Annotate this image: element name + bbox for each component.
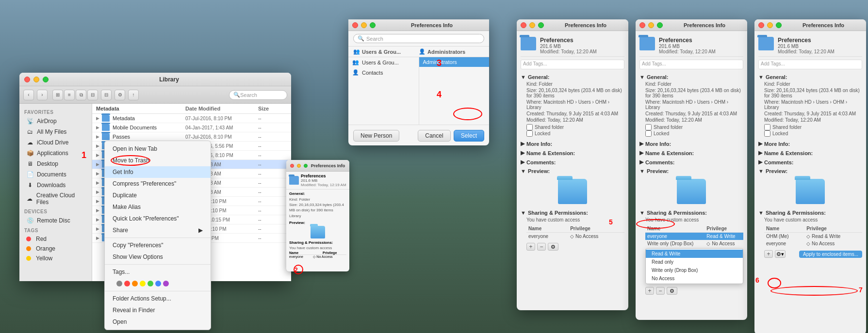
table-row[interactable]: ▶ Metadata 07-Jul-2016, 8:10 PM -- [92,114,291,123]
maximize-button[interactable] [657,22,663,28]
preview-section[interactable]: ▼Preview: [521,166,624,175]
col2-item-admins[interactable]: Administrators [419,57,490,67]
purple-dot[interactable] [163,281,169,286]
permissions-row-selected[interactable]: everyone Read & Write [645,233,743,240]
general-section2[interactable]: ▼General: [639,72,743,81]
sidebar-item-creative-cloud[interactable]: ☁ Creative Cloud Files [21,190,90,207]
name-extension-section[interactable]: ▶Name & Extension: [521,148,624,157]
view-list-button[interactable]: ≡ [64,90,75,100]
locked-checkbox3[interactable] [764,130,770,137]
back-button[interactable]: ‹ [23,90,34,100]
maximize-button[interactable] [304,164,308,168]
privilege-option-no-access[interactable]: No Access [646,274,743,283]
close-button[interactable] [521,22,526,28]
sidebar-item-all-my-files[interactable]: 🗂 All My Files [21,127,90,137]
maximize-button[interactable] [538,22,544,28]
locked-checkbox2[interactable] [645,130,652,137]
sidebar-item-airdrop[interactable]: 📡 AirDrop [21,116,90,127]
gear-button[interactable]: ⚙ [548,243,558,251]
sidebar-item-remote-disc[interactable]: 💿 Remote Disc [21,215,90,226]
permissions-row-everyone[interactable]: everyone ◇ No Access [764,240,862,247]
comments-section[interactable]: ▶Comments: [521,157,624,166]
sharing-permissions-section[interactable]: ▼Sharing & Permissions: [521,208,624,217]
context-open[interactable]: Open [105,316,211,328]
privilege-option-read-only[interactable]: Read only [646,258,743,266]
general-section3[interactable]: ▼General: [758,72,862,81]
name-extension-section2[interactable]: ▶Name & Extension: [639,148,743,157]
shared-checkbox2[interactable] [645,124,652,130]
context-share[interactable]: Share ▶ [105,224,211,236]
context-make-alias[interactable]: Make Alias [105,201,211,213]
gear-button2[interactable]: ⚙ [667,287,677,295]
gear-button3[interactable]: ⚙▾ [775,250,786,258]
col1-item-contacts[interactable]: 👤 Contacts [348,67,419,78]
sidebar-item-applications[interactable]: 📦 Applications [21,148,90,159]
preview-section3[interactable]: ▼Preview: [758,166,862,175]
add-permission-button3[interactable]: + [764,250,773,258]
locked-checkbox[interactable] [526,130,533,137]
search-input[interactable]: 🔍 Search [229,90,287,100]
minimize-button[interactable] [648,22,654,28]
close-button[interactable] [352,22,358,28]
sidebar-item-yellow-tag[interactable]: Yellow [21,254,90,263]
share-button[interactable]: ↑ [128,90,139,100]
context-folder-actions[interactable]: Folder Actions Setup... [105,293,211,304]
sidebar-item-icloud[interactable]: ☁ iCloud Drive [21,137,90,148]
name-extension-section3[interactable]: ▶Name & Extension: [758,148,862,157]
comments-section2[interactable]: ▶Comments: [639,157,743,166]
permissions-row2[interactable]: Write only (Drop Box) ◇ No Access [645,240,743,247]
maximize-button[interactable] [370,22,376,28]
add-permission-button[interactable]: + [526,243,535,251]
close-button[interactable] [639,22,645,28]
comments-section3[interactable]: ▶Comments: [758,157,862,166]
context-tags[interactable]: Tags... [105,266,211,278]
view-icon-button[interactable]: ⊞ [52,90,63,100]
arrange-button[interactable]: ⊟ [101,90,112,100]
context-get-info[interactable]: Get Info [105,166,211,178]
close-button[interactable] [24,77,30,82]
blue-dot[interactable] [155,281,161,286]
context-reveal-finder[interactable]: Reveal in Finder [105,304,211,316]
more-info-section3[interactable]: ▶More Info: [758,139,862,148]
sidebar-item-downloads[interactable]: ⬇ Downloads [21,180,90,190]
minimize-button[interactable] [297,164,301,168]
search-box[interactable]: 🔍 Search [353,34,484,43]
forward-button[interactable]: › [37,90,48,100]
context-duplicate[interactable]: Duplicate [105,190,211,201]
cancel-button[interactable]: Cancel [418,130,450,142]
tags-field2[interactable]: Add Tags... [639,60,743,69]
close-button[interactable] [290,164,294,168]
tags-field[interactable]: Add Tags... [521,60,624,69]
tags-field3[interactable]: Add Tags... [758,60,862,69]
apply-enclosed-button[interactable]: Apply to enclosed items... [799,251,862,258]
preview-section2[interactable]: ▼Preview: [639,166,743,175]
sidebar-item-documents[interactable]: 📄 Documents [21,169,90,180]
permissions-row[interactable]: everyone ◇ No Access [526,233,624,240]
privilege-option-read-write[interactable]: Read & Write [646,250,743,258]
new-person-button[interactable]: New Person [353,130,399,142]
context-move-trash[interactable]: Move to Trash [105,155,211,166]
minimize-button[interactable] [33,77,39,82]
yellow-dot[interactable] [140,281,146,286]
gray-dot[interactable] [116,281,122,286]
table-row[interactable]: ▶ Mobile Documents 04-Jan-2017, 1:43 AM … [92,123,291,132]
remove-permission-button[interactable]: − [537,243,546,251]
minimize-button[interactable] [529,22,535,28]
minimize-button[interactable] [361,22,367,28]
sidebar-item-orange-tag[interactable]: Orange [21,244,90,254]
remove-permission-button2[interactable]: − [656,287,665,295]
general-section[interactable]: ▼General: [521,72,624,81]
context-copy[interactable]: Copy "Preferences" [105,239,211,251]
select-button[interactable]: Select [454,130,484,142]
add-permission-button2[interactable]: + [645,287,654,295]
sharing-permissions-section3[interactable]: ▼Sharing & Permissions: [758,208,862,217]
minimize-button[interactable] [767,22,773,28]
sidebar-item-desktop[interactable]: 🖥 Desktop [21,159,90,169]
orange-dot[interactable] [132,281,138,286]
privilege-option-write-only[interactable]: Write only (Drop Box) [646,266,743,274]
more-info-section[interactable]: ▶More Info: [521,139,624,148]
view-flow-button[interactable]: ⊟ [87,90,98,100]
green-dot[interactable] [147,281,153,286]
shared-checkbox3[interactable] [764,124,770,130]
context-view-options[interactable]: Show View Options [105,251,211,263]
